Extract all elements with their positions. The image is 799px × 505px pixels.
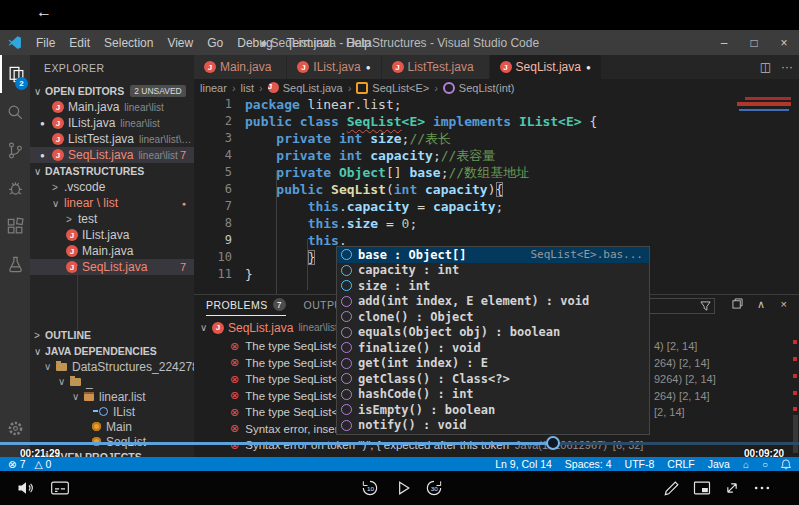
encoding[interactable]: UTF-8 — [625, 458, 655, 470]
code-line[interactable]: 4 private int capacity;//表容量 — [194, 147, 799, 164]
dependency-row[interactable]: ∨ _ — [30, 374, 194, 389]
source-control-icon[interactable] — [0, 131, 30, 169]
panel-close-icon[interactable]: × — [781, 298, 787, 310]
suggestion-item[interactable]: clone() : Object — [337, 309, 649, 325]
split-editor-icon[interactable]: ◫ — [760, 60, 771, 74]
suggestion-item[interactable]: base : Object[] SeqList<E>.bas... — [337, 247, 649, 263]
tree-row[interactable]: ∨ linear \ list ● — [30, 195, 194, 211]
editor-tab[interactable]: J IList.java ● — [287, 55, 381, 79]
editor-tab[interactable]: J ListTest.java — [382, 55, 490, 79]
menu-item[interactable]: Selection — [97, 36, 160, 50]
dependency-row[interactable]: ∨ DataStructures_22427874 — [30, 359, 194, 374]
outline-header[interactable]: > OUTLINE — [30, 327, 194, 343]
open-editor-row[interactable]: J Main.java linear\list — [30, 99, 194, 115]
picture-in-picture-icon[interactable] — [692, 478, 712, 498]
back-icon[interactable]: ← — [36, 3, 52, 21]
suggestion-item[interactable]: equals(Object obj) : boolean — [337, 325, 649, 341]
tree-row[interactable]: > .vscode — [30, 179, 194, 195]
more-actions-icon[interactable]: ··· — [781, 60, 793, 74]
panel-views-icon[interactable] — [732, 298, 743, 309]
menu-item[interactable]: File — [29, 36, 62, 50]
suggestion-item[interactable]: capacity : int — [337, 263, 649, 279]
debug-icon[interactable] — [0, 169, 30, 207]
file-name: Main.java — [68, 100, 119, 114]
status-circle-icon[interactable]: ○ — [762, 459, 768, 470]
code-line[interactable]: 8 this.size = 0; — [194, 215, 799, 232]
dependency-row[interactable]: ∨ linear.list — [30, 389, 194, 404]
dependency-row[interactable]: IList — [30, 404, 194, 419]
extensions-icon[interactable] — [0, 207, 30, 245]
suggestion-item[interactable]: hashCode() : int — [337, 387, 649, 403]
open-editor-row[interactable]: ● J SeqList.java linear\list 7 — [30, 147, 194, 163]
search-icon[interactable] — [0, 93, 30, 131]
breadcrumb-item[interactable]: SeqList<E> › — [356, 82, 443, 94]
suggestion-item[interactable]: size : int — [337, 278, 649, 294]
tab-problems[interactable]: PROBLEMS 7 — [206, 295, 286, 316]
editor-tab[interactable]: J Main.java — [194, 55, 287, 79]
java-status-icon[interactable]: ⌂ — [743, 459, 749, 470]
explorer-sidebar: EXPLORER ∨ OPEN EDITORS 2 UNSAVED J Main… — [30, 55, 194, 457]
cursor-position[interactable]: Ln 9, Col 14 — [495, 458, 552, 470]
suggestion-label: get(int index) : E — [358, 356, 488, 370]
java-file-icon: J — [500, 61, 512, 73]
code-line[interactable]: 5 private Object[] base;//数组基地址 — [194, 164, 799, 181]
forward-30-icon[interactable]: 30 — [424, 478, 444, 498]
tree-row[interactable]: J Main.java — [30, 243, 194, 259]
tab-label: IList.java — [313, 60, 360, 74]
fullscreen-icon[interactable] — [722, 478, 742, 498]
suggestion-item[interactable]: finalize() : void — [337, 340, 649, 356]
symbol-kind-icon — [341, 358, 352, 369]
breadcrumb-separator: › — [434, 82, 438, 94]
package-icon — [84, 392, 94, 401]
breadcrumb-item[interactable]: list › — [241, 82, 268, 94]
menu-item[interactable]: Go — [200, 36, 230, 50]
breadcrumb-item[interactable]: J SeqList.java › — [268, 82, 357, 94]
more-options-icon[interactable] — [752, 478, 772, 498]
language-mode[interactable]: Java — [708, 458, 730, 470]
scrollbar-thumb[interactable] — [793, 415, 798, 453]
rewind-10-icon[interactable]: 10 — [360, 478, 380, 498]
subtitles-icon[interactable] — [50, 478, 70, 498]
volume-icon[interactable] — [16, 478, 36, 498]
suggestion-item[interactable]: notify() : void — [337, 418, 649, 434]
java-dependencies-header[interactable]: ∨ JAVA DEPENDENCIES — [30, 343, 194, 359]
close-button[interactable]: × — [769, 30, 799, 55]
explorer-icon[interactable]: 2 — [0, 55, 30, 93]
bell-icon[interactable] — [781, 459, 791, 470]
code-line[interactable]: 2 public class SeqList<E> implements ILi… — [194, 113, 799, 130]
problem-row[interactable]: ⊗ Syntax error on token ")", { expected … — [194, 437, 799, 454]
video-progress-bar[interactable] — [0, 442, 799, 445]
project-section-header[interactable]: ∨ DATASTRUCTURES — [30, 163, 194, 179]
menu-item[interactable]: Edit — [62, 36, 97, 50]
code-line[interactable]: 7 this.capacity = capacity; — [194, 198, 799, 215]
indentation[interactable]: Spaces: 4 — [565, 458, 612, 470]
panel-maximize-icon[interactable]: ∧ — [757, 298, 765, 311]
open-editors-header[interactable]: ∨ OPEN EDITORS 2 UNSAVED — [30, 83, 194, 99]
tree-row[interactable]: J SeqList.java 7 — [30, 259, 194, 275]
menu-item[interactable]: View — [160, 36, 200, 50]
code-line[interactable]: 3 private int size;//表长 — [194, 130, 799, 147]
tree-row[interactable]: > test — [30, 211, 194, 227]
video-playhead[interactable] — [546, 436, 560, 450]
status-problems[interactable]: ⊗ 7 △ 0 — [0, 458, 51, 470]
code-line[interactable]: 1 package linear.list; — [194, 96, 799, 113]
breadcrumb-item[interactable]: linear › — [200, 82, 241, 94]
open-editor-row[interactable]: ● J IList.java linear\list — [30, 115, 194, 131]
play-icon[interactable] — [393, 478, 413, 498]
suggestion-item[interactable]: isEmpty() : boolean — [337, 402, 649, 418]
breadcrumb-item[interactable]: SeqList(int) › — [443, 82, 515, 94]
code-line[interactable]: 6 public SeqList(int capacity){ — [194, 181, 799, 198]
scrollbar-error-mark — [793, 374, 797, 378]
tree-row[interactable]: J IList.java — [30, 227, 194, 243]
open-editor-row[interactable]: J ListTest.java linear\list\test — [30, 131, 194, 147]
test-flask-icon[interactable] — [0, 245, 30, 283]
maximize-button[interactable]: □ — [739, 30, 769, 55]
minimize-button[interactable]: – — [709, 30, 739, 55]
eol-sequence[interactable]: CRLF — [667, 458, 694, 470]
suggestion-item[interactable]: getClass() : Class<?> — [337, 371, 649, 387]
edit-pencil-icon[interactable] — [662, 478, 682, 498]
dependency-row[interactable]: Main — [30, 419, 194, 434]
editor-tab[interactable]: J SeqList.java ● — [490, 55, 602, 79]
suggestion-item[interactable]: add(int index, E element) : void — [337, 294, 649, 310]
suggestion-item[interactable]: get(int index) : E — [337, 356, 649, 372]
